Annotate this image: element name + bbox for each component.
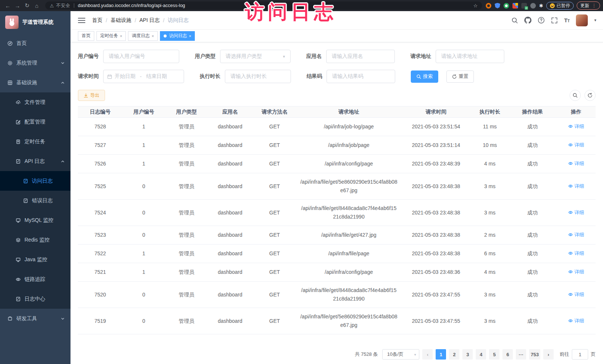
request-time-range-picker[interactable]: 开始日期 - 结束日期 (103, 70, 184, 83)
sidebar-item-dev-tools[interactable]: 研发工具 (0, 309, 71, 328)
browser-back-icon[interactable]: ← (3, 3, 13, 9)
extension-dark-icon[interactable]: 甜 (521, 3, 527, 9)
sidebar-item-file-management[interactable]: 文件管理 (0, 92, 71, 112)
browser-home-icon[interactable]: ⌂ (32, 3, 42, 9)
sidebar-item-java-monitor[interactable]: Java 监控 (0, 250, 71, 269)
app-logo[interactable]: 芋道管理系统 (0, 11, 71, 33)
page-button-2[interactable]: 2 (449, 349, 459, 360)
detail-link[interactable]: 详细 (568, 141, 584, 149)
page-size-select[interactable]: 10条/页 ▾ (382, 349, 419, 360)
extension-donut-icon[interactable] (486, 3, 491, 9)
sidebar-item-api-log[interactable]: API 日志 (0, 151, 71, 171)
font-size-icon[interactable]: TT (564, 17, 570, 23)
page-button-4[interactable]: 4 (476, 349, 486, 360)
sidebar-item-home[interactable]: 首页 (0, 33, 71, 53)
search-button[interactable]: 搜索 (411, 70, 438, 83)
page-button-753[interactable]: 753 (529, 349, 540, 360)
cell-log-id: 7521 (78, 263, 122, 281)
jump-prefix: 前往 (560, 351, 569, 358)
close-icon[interactable]: × (151, 34, 154, 38)
address-bar[interactable]: ⚠ 不安全 dashboard.yudao.iocoder.cn/infra/l… (45, 1, 482, 10)
detail-link[interactable]: 详细 (568, 159, 584, 168)
cell-user-type: 管理员 (165, 312, 208, 330)
tab-home[interactable]: 首页 (78, 31, 94, 41)
breadcrumb-infra[interactable]: 基础设施 (111, 17, 131, 24)
prev-page-button[interactable]: ‹ (422, 349, 433, 360)
close-icon[interactable]: × (189, 34, 191, 38)
detail-link[interactable]: 详细 (568, 230, 584, 239)
extension-grid-icon[interactable] (512, 3, 518, 9)
sidebar-item-config-management[interactable]: 配置管理 (0, 112, 71, 132)
page-ellipsis[interactable]: ··· (516, 349, 526, 360)
breadcrumb-api-log[interactable]: API 日志 (140, 17, 160, 24)
extension-shield-icon[interactable] (495, 3, 500, 9)
detail-link[interactable]: 详细 (568, 249, 584, 258)
github-icon[interactable] (524, 17, 531, 24)
sidebar-item-error-log[interactable]: 错误日志 (0, 191, 71, 210)
sidebar-item-access-log[interactable]: 访问日志 (0, 171, 71, 191)
update-button[interactable]: 更新 ⋮ (577, 1, 600, 10)
table-row: 7523 0 管理员 dashboard GET /api/infra/file… (78, 226, 596, 245)
cell-method: GET (252, 312, 297, 330)
tab-scheduled-jobs[interactable]: 定时任务× (96, 31, 126, 41)
browser-menu-icon[interactable]: ⋮ (592, 3, 596, 8)
detail-link[interactable]: 详细 (568, 317, 584, 325)
sidebar-item-tracing[interactable]: 链路追踪 (0, 269, 71, 289)
paused-badge[interactable]: 已暂停 (546, 2, 574, 10)
app-name-input[interactable]: 请输入应用名 (326, 50, 395, 63)
page-button-6[interactable]: 6 (502, 349, 513, 360)
url-text[interactable]: dashboard.yudao.iocoder.cn/infra/log/api… (78, 3, 185, 8)
request-url-label: 请求地址 (410, 53, 431, 60)
tab-schedule-log[interactable]: 调度日志× (128, 31, 157, 41)
page-button-1[interactable]: 1 (436, 349, 446, 360)
fullscreen-icon[interactable] (551, 17, 558, 24)
duration-input[interactable]: 请输入执行时长 (225, 70, 291, 83)
detail-link[interactable]: 详细 (568, 122, 584, 131)
sidebar-item-mysql-monitor[interactable]: MySQL 监控 (0, 210, 71, 230)
cell-result: 成功 (508, 312, 557, 330)
detail-link[interactable]: 详细 (568, 268, 584, 276)
user-id-input[interactable]: 请输入用户编号 (103, 50, 179, 63)
extension-green-icon[interactable] (504, 3, 509, 9)
bookmark-star-icon[interactable]: ☆ (473, 3, 478, 9)
sidebar-item-infra[interactable]: 基础设施 (0, 73, 71, 92)
close-icon[interactable]: × (120, 34, 122, 38)
page-button-5[interactable]: 5 (489, 349, 499, 360)
browser-forward-icon[interactable]: → (13, 3, 22, 9)
next-page-button[interactable]: › (543, 349, 554, 360)
address-divider (74, 3, 74, 8)
api-log-icon (16, 159, 21, 164)
export-button[interactable]: 导出 (78, 90, 105, 101)
cell-request-time: 2021-05-03 23:47:55 (401, 312, 471, 330)
cell-request-time: 2021-05-03 23:48:38 (401, 178, 471, 195)
refresh-table-button[interactable] (584, 90, 596, 101)
search-icon[interactable] (511, 17, 518, 24)
detail-link[interactable]: 详细 (568, 182, 584, 190)
jump-page-input[interactable] (572, 349, 588, 360)
tab-access-log[interactable]: 访问日志× (160, 31, 195, 41)
toggle-search-button[interactable] (570, 90, 581, 101)
browser-reload-icon[interactable]: ↻ (22, 2, 32, 9)
security-label[interactable]: 不安全 (56, 3, 70, 9)
detail-label: 详细 (574, 122, 584, 131)
sidebar-item-scheduled-jobs[interactable]: 定时任务 (0, 132, 71, 151)
page-button-3[interactable]: 3 (462, 349, 473, 360)
hamburger-icon[interactable] (78, 17, 85, 23)
chevron-up-icon (61, 81, 65, 85)
request-url-input[interactable]: 请输入请求地址 (436, 50, 504, 63)
sidebar-item-log-center[interactable]: 日志中心 (0, 289, 71, 309)
detail-link[interactable]: 详细 (568, 208, 584, 217)
reset-button[interactable]: 重置 (446, 70, 474, 83)
sidebar-item-redis-monitor[interactable]: Redis 监控 (0, 230, 71, 250)
sidebar-item-label: 研发工具 (16, 315, 37, 322)
user-avatar[interactable] (576, 14, 588, 26)
sidebar-item-system[interactable]: 系统管理 (0, 53, 71, 73)
detail-link[interactable]: 详细 (568, 290, 584, 299)
help-icon[interactable] (538, 17, 545, 24)
breadcrumb-home[interactable]: 首页 (92, 17, 102, 24)
extension-paw-icon[interactable]: ✱ (539, 3, 543, 9)
avatar-caret-icon[interactable]: ▾ (594, 18, 596, 23)
extension-puzzle-icon[interactable] (530, 3, 536, 9)
user-type-select[interactable]: 请选择用户类型▾ (220, 50, 291, 63)
result-code-input[interactable]: 请输入结果码 (327, 70, 395, 83)
